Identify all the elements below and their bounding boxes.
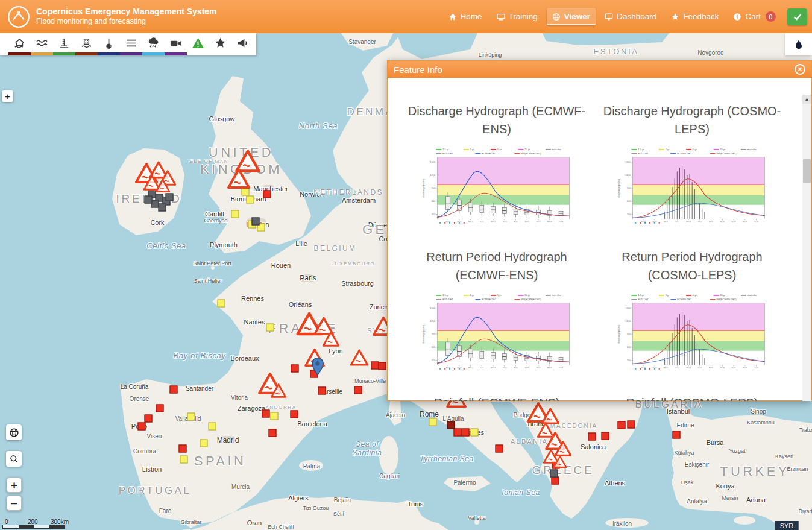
station-marker-yellow[interactable] [266,324,274,332]
modal-scrollbar[interactable]: ▲ ▼ [802,95,811,401]
svg-text:900: 900 [627,186,631,189]
station-marker-yellow[interactable] [231,210,239,218]
hydrograph-thumbnail[interactable]: 1.5-yr2-yr5-yr20-yrmax obsEUD-DETECMWF-D… [614,145,770,235]
svg-text:Su27: Su27 [536,367,541,369]
hydrograph-thumbnail[interactable]: 1.5-yr2-yr5-yr20-yrmax obsEUD-DETECMWF-D… [419,291,574,380]
station-marker-yellow[interactable] [187,413,195,421]
app-subtitle: Flood monitoring and forecasting [36,17,217,27]
station-marker-red[interactable] [602,432,609,440]
tool-video-camera[interactable] [165,33,187,55]
svg-text:WB(ECMWF-DET): WB(ECMWF-DET) [521,152,541,155]
station-marker-darkgray[interactable] [550,470,558,478]
station-marker-darkgray[interactable] [159,204,166,212]
station-marker-red[interactable] [673,431,681,439]
station-marker-yellow[interactable] [471,429,479,437]
station-marker-yellow[interactable] [429,418,437,426]
feature-info-header[interactable]: Feature Info × [388,61,811,78]
tool-underline [165,52,187,55]
nav-label: Viewer [564,12,590,21]
station-marker-yellow[interactable] [271,412,279,420]
station-marker-red[interactable] [588,433,596,441]
nav-item-dashboard[interactable]: Dashboard [599,8,662,25]
svg-text:EUD-DET: EUD-DET [442,152,453,155]
tool-megaphone[interactable] [231,33,254,55]
station-marker-red[interactable] [379,362,386,370]
flood-warning-marker[interactable] [227,168,251,189]
station-marker-red[interactable] [318,387,326,395]
tool-star[interactable] [209,33,231,55]
tool-layers-lines[interactable] [120,33,142,55]
station-marker-red[interactable] [269,429,277,437]
flood-warning-marker[interactable] [155,179,171,193]
flood-warning-marker[interactable] [270,383,287,399]
station-marker-yellow[interactable] [247,196,254,204]
zoom-out-button[interactable]: − [7,496,22,511]
svg-text:Fr25: Fr25 [709,367,713,369]
station-marker-yellow[interactable] [209,423,216,431]
station-marker-red[interactable] [170,386,178,394]
station-marker-darkgray[interactable] [166,194,174,201]
tool-flood-house[interactable] [8,33,31,55]
station-marker-red[interactable] [179,445,187,453]
star-icon [214,37,227,49]
tool-gauge[interactable] [53,33,75,55]
svg-text:Su27: Su27 [731,367,736,369]
scroll-thumb[interactable] [803,159,811,183]
water-drop-button[interactable] [785,33,812,55]
layer-panel-expander[interactable]: + [2,90,13,102]
nav-item-cart[interactable]: Cart0 [728,7,781,26]
station-marker-yellow[interactable] [200,440,208,447]
tool-underline [98,52,120,55]
station-marker-red[interactable] [552,477,559,485]
globe-extent-button[interactable] [6,424,22,440]
tool-rain-cloud[interactable] [142,33,165,55]
tool-thermometer[interactable] [98,33,120,55]
station-marker-red[interactable] [138,423,146,431]
station-marker-maroon[interactable] [447,421,455,429]
station-marker-red[interactable] [496,445,503,453]
station-marker-red[interactable] [462,429,470,437]
nav-item-feedback[interactable]: Feedback [666,8,724,25]
station-marker-red[interactable] [628,421,635,429]
tool-waves[interactable] [31,33,53,55]
station-marker-yellow[interactable] [180,456,188,464]
nav-label: Training [509,12,538,21]
station-marker-red[interactable] [156,405,164,412]
tool-warning-triangle[interactable] [187,33,209,55]
station-marker-red[interactable] [262,410,270,418]
station-marker-darkgray[interactable] [252,218,260,226]
svg-text:900: 900 [627,332,631,335]
station-marker-darkgray[interactable] [145,196,153,204]
zoom-in-button[interactable]: + [7,478,22,493]
station-marker-red[interactable] [454,429,462,437]
flood-warning-marker[interactable] [350,349,369,367]
hydrograph-thumbnail[interactable]: 1.5-yr2-yr5-yr20-yrmax obsEUD-DETECMWF-D… [614,291,770,380]
nav-item-home[interactable]: Home [443,8,488,25]
nav-item-viewer[interactable]: Viewer [547,8,596,25]
search-button[interactable] [6,451,22,467]
station-marker-red[interactable] [291,411,298,418]
hydrograph-thumbnail[interactable]: 1.5-yr2-yr5-yr20-yrmax obsEUD-DETECMWF-D… [419,145,574,235]
station-marker-red[interactable] [145,415,153,423]
scroll-up-icon[interactable]: ▲ [802,95,811,104]
flood-warning-marker[interactable] [322,331,340,347]
feature-info-body: Discharge Hydrograph (ECMWF-ENS)1.5-yr2-… [388,78,811,401]
station-marker-red[interactable] [263,191,271,198]
tool-underline [120,52,142,55]
svg-text:Su27: Su27 [536,221,541,223]
station-marker-red[interactable] [354,386,362,394]
app-title: Copernicus Emergency Management System [36,7,217,17]
station-marker-yellow[interactable] [218,300,225,308]
confirm-button[interactable] [787,8,807,25]
svg-text:1200: 1200 [626,174,632,177]
station-marker-red[interactable] [618,421,626,429]
svg-text:WB(ECMWF-DET): WB(ECMWF-DET) [716,152,737,155]
flood-warning-marker[interactable] [553,455,567,468]
station-marker-red[interactable] [291,365,299,373]
tool-flooded-building[interactable] [75,33,98,55]
close-icon[interactable]: × [795,64,805,75]
selected-station-pin[interactable] [311,358,324,379]
nav-item-training[interactable]: Training [491,8,543,25]
section-title: Rainfall (COSMO-LEPS) [600,394,784,401]
svg-text:5-yr: 5-yr [497,148,502,151]
